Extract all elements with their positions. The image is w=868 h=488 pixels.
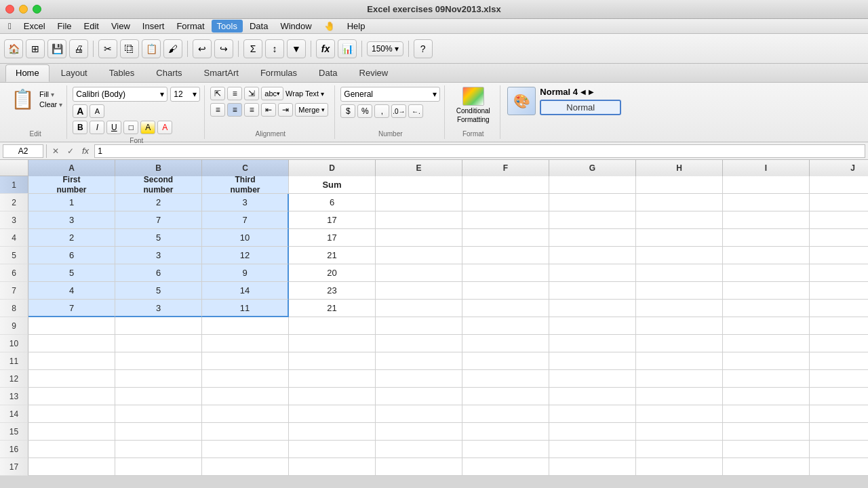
cell-C8[interactable]: 11 bbox=[202, 300, 289, 317]
col-header-C[interactable]: C bbox=[202, 160, 289, 176]
cell-J3[interactable] bbox=[810, 211, 868, 229]
menu-special[interactable]: 🤚 bbox=[319, 20, 340, 33]
minimize-button[interactable] bbox=[19, 5, 28, 14]
conditional-formatting-button[interactable]: Conditional Formatting bbox=[456, 87, 490, 123]
menu-file[interactable]: File bbox=[52, 20, 77, 33]
tab-home[interactable]: Home bbox=[5, 64, 50, 82]
fill-dropdown[interactable]: ▾ bbox=[51, 91, 54, 98]
col-header-A[interactable]: A bbox=[28, 160, 115, 176]
cell-H9[interactable] bbox=[636, 317, 723, 335]
cell-B13[interactable] bbox=[115, 388, 202, 405]
cell-I6[interactable] bbox=[723, 264, 810, 282]
row-num-4[interactable]: 4 bbox=[0, 229, 28, 247]
merge-dropdown-icon[interactable]: ▾ bbox=[321, 106, 325, 113]
cell-A12[interactable] bbox=[28, 370, 115, 388]
cell-A7[interactable]: 4 bbox=[28, 282, 115, 300]
cell-G13[interactable] bbox=[549, 388, 636, 405]
cell-H10[interactable] bbox=[636, 335, 723, 352]
cell-C1[interactable]: Third number bbox=[202, 176, 289, 194]
col-header-J[interactable]: J bbox=[810, 160, 868, 176]
cell-F11[interactable] bbox=[462, 352, 549, 370]
align-left-button[interactable]: ≡ bbox=[210, 103, 225, 117]
row-num-10[interactable]: 10 bbox=[0, 335, 28, 352]
tab-data[interactable]: Data bbox=[309, 64, 347, 82]
formula-input[interactable] bbox=[94, 144, 865, 158]
tab-layout[interactable]: Layout bbox=[51, 64, 98, 82]
cell-G10[interactable] bbox=[549, 335, 636, 352]
cell-D1[interactable]: Sum bbox=[289, 176, 376, 194]
cell-D16[interactable] bbox=[289, 441, 376, 458]
cell-I9[interactable] bbox=[723, 317, 810, 335]
cell-F3[interactable] bbox=[462, 211, 549, 229]
size-dropdown-icon[interactable]: ▾ bbox=[193, 89, 197, 99]
new-button[interactable]: 🏠 bbox=[4, 39, 23, 58]
align-center-button[interactable]: ≡ bbox=[227, 103, 242, 117]
wrap-text-dropdown[interactable]: ▾ bbox=[321, 90, 324, 98]
row-num-8[interactable]: 8 bbox=[0, 300, 28, 317]
chart-button[interactable]: 📊 bbox=[338, 39, 357, 58]
cell-B15[interactable] bbox=[115, 423, 202, 441]
cell-F13[interactable] bbox=[462, 388, 549, 405]
font-color-button[interactable]: A bbox=[157, 121, 172, 134]
cell-H15[interactable] bbox=[636, 423, 723, 441]
apple-menu[interactable]:  bbox=[3, 20, 17, 33]
menu-tools[interactable]: Tools bbox=[212, 20, 243, 33]
row-num-9[interactable]: 9 bbox=[0, 317, 28, 335]
cell-H5[interactable] bbox=[636, 247, 723, 264]
row-num-5[interactable]: 5 bbox=[0, 247, 28, 264]
indent-increase-button[interactable]: ⇥ bbox=[278, 103, 293, 117]
cell-F15[interactable] bbox=[462, 423, 549, 441]
cell-J4[interactable] bbox=[810, 229, 868, 247]
cell-F12[interactable] bbox=[462, 370, 549, 388]
col-header-B[interactable]: B bbox=[115, 160, 202, 176]
cell-D8[interactable]: 21 bbox=[289, 300, 376, 317]
cell-E8[interactable] bbox=[376, 300, 462, 317]
cell-G14[interactable] bbox=[549, 405, 636, 423]
align-bottom-button[interactable]: ⇲ bbox=[244, 87, 259, 100]
cell-H13[interactable] bbox=[636, 388, 723, 405]
cell-C5[interactable]: 12 bbox=[202, 247, 289, 264]
cell-F4[interactable] bbox=[462, 229, 549, 247]
row-num-11[interactable]: 11 bbox=[0, 352, 28, 370]
cell-F6[interactable] bbox=[462, 264, 549, 282]
decrease-decimal-button[interactable]: ←. bbox=[408, 104, 423, 118]
menu-edit[interactable]: Edit bbox=[79, 20, 104, 33]
menu-window[interactable]: Window bbox=[275, 20, 317, 33]
paste-button[interactable]: 📋 bbox=[142, 39, 161, 58]
cell-G15[interactable] bbox=[549, 423, 636, 441]
bold-button[interactable]: B bbox=[73, 121, 87, 134]
align-top-button[interactable]: ⇱ bbox=[210, 87, 225, 100]
copy-button[interactable]: ⿻ bbox=[120, 39, 139, 58]
cell-D14[interactable] bbox=[289, 405, 376, 423]
cell-B6[interactable]: 6 bbox=[115, 264, 202, 282]
cell-A13[interactable] bbox=[28, 388, 115, 405]
menu-view[interactable]: View bbox=[106, 20, 136, 33]
cell-H14[interactable] bbox=[636, 405, 723, 423]
cell-B14[interactable] bbox=[115, 405, 202, 423]
cell-A17[interactable] bbox=[28, 458, 115, 476]
cell-B17[interactable] bbox=[115, 458, 202, 476]
align-middle-button[interactable]: ≡ bbox=[227, 87, 242, 100]
cell-C10[interactable] bbox=[202, 335, 289, 352]
cell-I16[interactable] bbox=[723, 441, 810, 458]
cell-I7[interactable] bbox=[723, 282, 810, 300]
cut-button[interactable]: ✂ bbox=[98, 39, 117, 58]
indent-decrease-button[interactable]: ⇤ bbox=[261, 103, 276, 117]
cell-G8[interactable] bbox=[549, 300, 636, 317]
cell-B4[interactable]: 5 bbox=[115, 229, 202, 247]
cell-J7[interactable] bbox=[810, 282, 868, 300]
cell-D11[interactable] bbox=[289, 352, 376, 370]
function-button[interactable]: fx bbox=[316, 39, 335, 58]
cell-B16[interactable] bbox=[115, 441, 202, 458]
col-header-H[interactable]: H bbox=[636, 160, 723, 176]
zoom-dropdown-icon[interactable]: ▾ bbox=[395, 44, 399, 54]
cell-D7[interactable]: 23 bbox=[289, 282, 376, 300]
cell-B5[interactable]: 3 bbox=[115, 247, 202, 264]
close-button[interactable] bbox=[5, 5, 14, 14]
cell-J12[interactable] bbox=[810, 370, 868, 388]
cell-G16[interactable] bbox=[549, 441, 636, 458]
col-header-D[interactable]: D bbox=[289, 160, 376, 176]
cell-I3[interactable] bbox=[723, 211, 810, 229]
cell-G12[interactable] bbox=[549, 370, 636, 388]
cell-I1[interactable] bbox=[723, 176, 810, 194]
